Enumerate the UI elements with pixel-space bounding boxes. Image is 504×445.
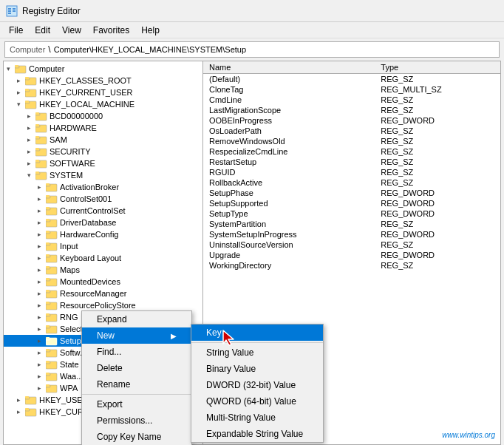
expand-btn-select[interactable]: ▸ bbox=[35, 325, 44, 333]
submenu-item-expandablestring[interactable]: Expandable String Value bbox=[191, 426, 323, 442]
table-row[interactable]: UninstallSourceVersionREG_SZ bbox=[203, 240, 500, 250]
expand-btn-state[interactable]: ▸ bbox=[35, 360, 44, 369]
table-row[interactable]: SetupPhaseREG_DWORD bbox=[203, 188, 500, 198]
expand-btn-mounteddevices[interactable]: ▸ bbox=[35, 277, 44, 286]
tree-node-controlset001[interactable]: ▸ ControlSet001 bbox=[4, 193, 202, 205]
submenu-item-dword32[interactable]: DWORD (32-bit) Value bbox=[191, 377, 323, 393]
folder-icon-hkcu bbox=[25, 87, 37, 98]
submenu-item-stringvalue[interactable]: String Value bbox=[191, 344, 323, 361]
table-row[interactable]: RespecializeCmdLineREG_SZ bbox=[203, 146, 500, 157]
tree-node-computer[interactable]: ▾ Computer bbox=[4, 63, 202, 75]
submenu-item-key[interactable]: Key bbox=[191, 325, 323, 341]
expand-btn-hkcu[interactable]: ▸ bbox=[14, 88, 23, 97]
tree-node-resourcemanager[interactable]: ▸ ResourceManager bbox=[4, 288, 202, 299]
folder-icon-resourcemanager bbox=[46, 288, 58, 299]
context-menu-item-export[interactable]: Export bbox=[82, 396, 191, 412]
context-menu-item-permissions[interactable]: Permissions... bbox=[82, 412, 191, 429]
expand-btn-hklm[interactable]: ▾ bbox=[14, 100, 23, 109]
tree-node-mounteddevices[interactable]: ▸ MountedDevices bbox=[4, 276, 202, 288]
context-menu-item-new[interactable]: New▶ bbox=[82, 327, 191, 344]
table-row[interactable]: WorkingDirectoryREG_SZ bbox=[203, 260, 500, 271]
svg-rect-41 bbox=[46, 195, 50, 197]
menu-favorites[interactable]: Favorites bbox=[87, 24, 135, 37]
folder-icon-activationbroker bbox=[46, 182, 58, 192]
menu-help[interactable]: Help bbox=[135, 24, 166, 37]
expand-btn-currentcontrolset[interactable]: ▸ bbox=[35, 206, 44, 215]
expand-btn-security[interactable]: ▸ bbox=[24, 147, 33, 156]
expand-btn-keyboardlayout[interactable]: ▸ bbox=[35, 254, 44, 262]
expand-btn-rng[interactable]: ▸ bbox=[35, 313, 44, 322]
expand-btn-computer[interactable]: ▾ bbox=[4, 64, 13, 73]
expand-btn-hardwareconfig[interactable]: ▸ bbox=[35, 230, 44, 239]
table-row[interactable]: RestartSetupREG_SZ bbox=[203, 157, 500, 167]
tree-node-hkcr[interactable]: ▸ HKEY_CLASSES_ROOT bbox=[4, 75, 202, 86]
tree-node-driverdatabase[interactable]: ▸ DriverDatabase bbox=[4, 217, 202, 228]
tree-node-resourcepolicystore[interactable]: ▸ ResourcePolicyStore bbox=[4, 299, 202, 311]
tree-node-currentcontrolset[interactable]: ▸ CurrentControlSet bbox=[4, 205, 202, 217]
expand-btn-wpa[interactable]: ▸ bbox=[35, 384, 44, 393]
table-row[interactable]: OOBEInProgressREG_DWORD bbox=[203, 115, 500, 126]
tree-node-bcd[interactable]: ▸ BCD00000000 bbox=[4, 110, 202, 122]
context-menu-item-expand[interactable]: Expand bbox=[82, 311, 191, 327]
table-row[interactable]: SystemSetupInProgressREG_DWORD bbox=[203, 229, 500, 240]
expand-btn-waa[interactable]: ▸ bbox=[35, 372, 44, 381]
expand-btn-hkcc[interactable]: ▸ bbox=[14, 407, 23, 416]
tree-label-controlset001: ControlSet001 bbox=[60, 194, 112, 203]
table-row[interactable]: CloneTagREG_MULTI_SZ bbox=[203, 84, 500, 95]
expand-btn-driverdatabase[interactable]: ▸ bbox=[35, 218, 44, 227]
table-row[interactable]: RGUIDREG_SZ bbox=[203, 167, 500, 177]
context-menu-item-find[interactable]: Find... bbox=[82, 344, 191, 360]
table-row[interactable]: CmdLineREG_SZ bbox=[203, 95, 500, 105]
menu-view[interactable]: View bbox=[56, 24, 87, 37]
submenu-item-qword64[interactable]: QWORD (64-bit) Value bbox=[191, 393, 323, 410]
reg-name: CloneTag bbox=[203, 84, 375, 95]
tree-node-activationbroker[interactable]: ▸ ActivationBroker bbox=[4, 181, 202, 193]
tree-node-input[interactable]: ▸ Input bbox=[4, 240, 202, 252]
expand-btn-system[interactable]: ▾ bbox=[24, 171, 33, 180]
menu-file[interactable]: File bbox=[3, 24, 29, 37]
expand-btn-software[interactable]: ▸ bbox=[24, 159, 33, 168]
expand-btn-activationbroker[interactable]: ▸ bbox=[35, 183, 44, 191]
expand-btn-maps[interactable]: ▸ bbox=[35, 265, 44, 274]
table-row[interactable]: SystemPartitionREG_SZ bbox=[203, 219, 500, 229]
table-row[interactable]: RemoveWindowsOldREG_SZ bbox=[203, 136, 500, 146]
watermark: www.wintips.org bbox=[442, 431, 495, 439]
tree-node-hardware[interactable]: ▸ HARDWARE bbox=[4, 122, 202, 134]
submenu-item-multistring[interactable]: Multi-String Value bbox=[191, 410, 323, 426]
tree-node-sam[interactable]: ▸ SAM bbox=[4, 134, 202, 146]
svg-rect-1 bbox=[8, 8, 11, 10]
table-row[interactable]: (Default)REG_SZ bbox=[203, 74, 500, 85]
tree-node-maps[interactable]: ▸ Maps bbox=[4, 264, 202, 276]
table-row[interactable]: SetupTypeREG_DWORD bbox=[203, 208, 500, 219]
context-menu-item-delete[interactable]: Delete bbox=[82, 360, 191, 376]
menu-edit[interactable]: Edit bbox=[29, 24, 56, 37]
folder-icon-sam bbox=[35, 135, 47, 145]
table-row[interactable]: OsLoaderPathREG_SZ bbox=[203, 126, 500, 136]
table-row[interactable]: RollbackActiveREG_SZ bbox=[203, 177, 500, 188]
tree-node-software[interactable]: ▸ SOFTWARE bbox=[4, 157, 202, 169]
table-row[interactable]: LastMigrationScopeREG_SZ bbox=[203, 105, 500, 115]
expand-btn-setup[interactable]: ▸ bbox=[35, 336, 44, 345]
expand-btn-input[interactable]: ▸ bbox=[35, 242, 44, 251]
reg-type: REG_SZ bbox=[375, 126, 500, 136]
expand-btn-hkcr[interactable]: ▸ bbox=[14, 76, 23, 85]
expand-btn-softwareFull[interactable]: ▸ bbox=[35, 348, 44, 357]
tree-node-hklm[interactable]: ▾ HKEY_LOCAL_MACHINE bbox=[4, 98, 202, 110]
tree-node-hardwareconfig[interactable]: ▸ HardwareConfig bbox=[4, 228, 202, 240]
table-row[interactable]: SetupSupportedREG_DWORD bbox=[203, 198, 500, 208]
tree-node-hkcu[interactable]: ▸ HKEY_CURRENT_USER bbox=[4, 86, 202, 98]
tree-node-keyboardlayout[interactable]: ▸ Keyboard Layout bbox=[4, 252, 202, 264]
submenu-item-binaryvalue[interactable]: Binary Value bbox=[191, 361, 323, 377]
expand-btn-resourcepolicystore[interactable]: ▸ bbox=[35, 301, 44, 310]
expand-btn-bcd[interactable]: ▸ bbox=[24, 112, 33, 120]
expand-btn-sam[interactable]: ▸ bbox=[24, 135, 33, 144]
tree-node-system[interactable]: ▾ SYSTEM bbox=[4, 169, 202, 181]
expand-btn-resourcemanager[interactable]: ▸ bbox=[35, 289, 44, 298]
table-row[interactable]: UpgradeREG_DWORD bbox=[203, 250, 500, 260]
expand-btn-controlset001[interactable]: ▸ bbox=[35, 194, 44, 203]
context-menu-item-rename[interactable]: Rename bbox=[82, 376, 191, 393]
expand-btn-hkusers[interactable]: ▸ bbox=[14, 395, 23, 404]
context-menu-item-copykeyname[interactable]: Copy Key Name bbox=[82, 429, 191, 445]
tree-node-security[interactable]: ▸ SECURITY bbox=[4, 146, 202, 157]
expand-btn-hardware[interactable]: ▸ bbox=[24, 123, 33, 132]
